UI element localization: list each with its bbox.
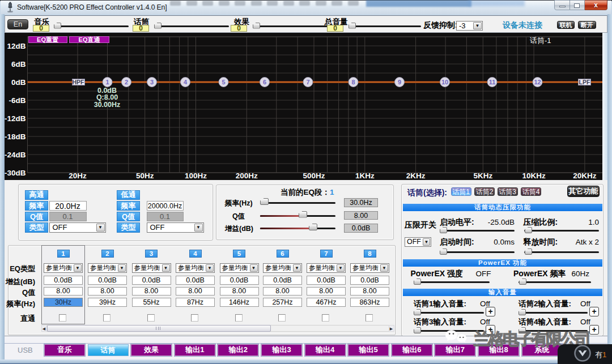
svg-text:12: 12 [534, 79, 541, 85]
svg-text:8: 8 [351, 79, 355, 85]
svg-text:3: 3 [150, 79, 154, 85]
svg-text:1: 1 [105, 79, 109, 85]
svg-text:11: 11 [489, 79, 496, 85]
svg-text:2: 2 [125, 79, 128, 85]
svg-text:10: 10 [441, 79, 448, 85]
svg-text:6: 6 [263, 79, 266, 85]
svg-text:9: 9 [398, 79, 401, 85]
svg-text:4: 4 [184, 79, 188, 85]
svg-text:5: 5 [222, 79, 225, 85]
svg-text:7: 7 [306, 79, 309, 85]
